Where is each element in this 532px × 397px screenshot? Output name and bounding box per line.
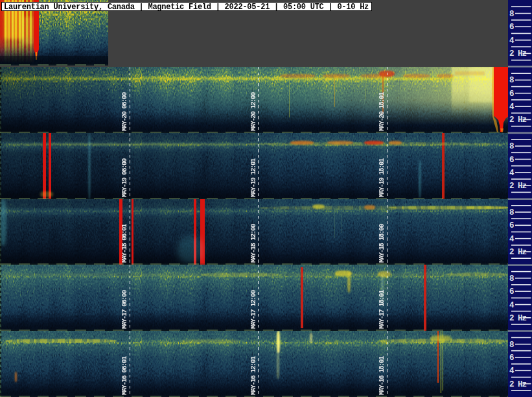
- svg-text:2 Hz: 2 Hz: [509, 115, 527, 125]
- svg-text:2 Hz: 2 Hz: [509, 380, 527, 389]
- svg-text:6: 6: [509, 221, 514, 230]
- svg-text:2 Hz: 2 Hz: [509, 248, 527, 257]
- svg-text:2 Hz: 2 Hz: [509, 314, 527, 323]
- svg-text:8: 8: [509, 10, 514, 19]
- svg-text:8: 8: [509, 274, 514, 283]
- svg-text:8: 8: [509, 341, 514, 350]
- svg-text:6: 6: [509, 287, 514, 296]
- svg-text:8: 8: [509, 142, 514, 151]
- svg-text:6: 6: [509, 354, 514, 363]
- svg-text:8: 8: [509, 76, 514, 85]
- svg-text:2 Hz: 2 Hz: [509, 49, 527, 58]
- svg-text:6: 6: [509, 23, 514, 32]
- svg-text:8: 8: [509, 208, 514, 217]
- svg-text:2 Hz: 2 Hz: [509, 182, 527, 191]
- svg-text:6: 6: [509, 90, 514, 99]
- svg-text:6: 6: [509, 156, 514, 165]
